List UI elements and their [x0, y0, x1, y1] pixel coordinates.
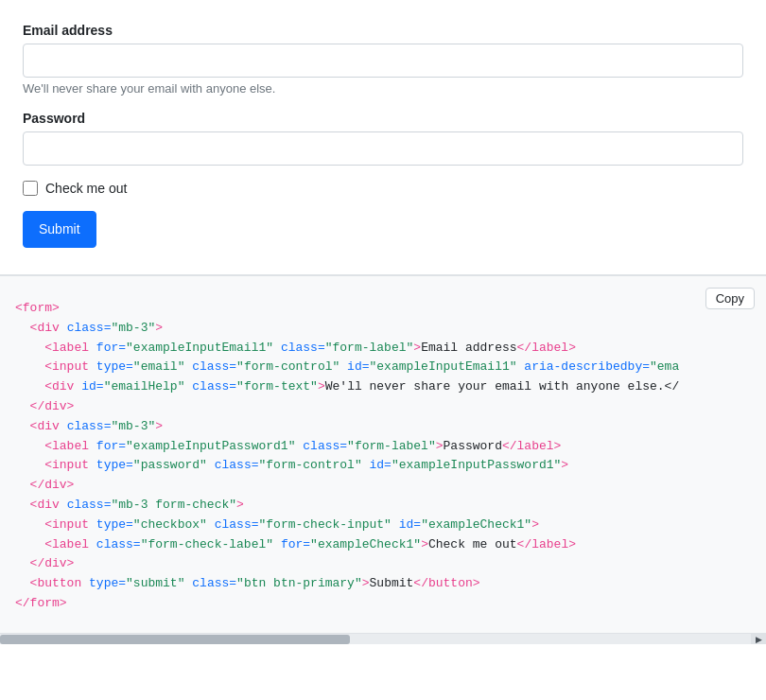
- email-input[interactable]: [23, 44, 743, 78]
- preview-panel: Email address We'll never share your ema…: [0, 0, 766, 275]
- password-label: Password: [23, 111, 743, 126]
- checkbox-label[interactable]: Check me out: [45, 181, 127, 196]
- email-group: Email address We'll never share your ema…: [23, 23, 743, 96]
- code-block: <form> <div class="mb-3"> <label for="ex…: [0, 291, 766, 629]
- scroll-thumb[interactable]: [0, 635, 350, 644]
- copy-button[interactable]: Copy: [705, 288, 755, 309]
- horizontal-scrollbar[interactable]: ▶: [0, 633, 766, 644]
- code-panel: Copy <form> <div class="mb-3"> <label fo…: [0, 275, 766, 644]
- scroll-arrow-right[interactable]: ▶: [751, 634, 766, 644]
- email-label: Email address: [23, 23, 743, 38]
- submit-button[interactable]: Submit: [23, 211, 96, 248]
- check-me-out-checkbox[interactable]: [23, 181, 38, 196]
- password-group: Password: [23, 111, 743, 166]
- email-help-text: We'll never share your email with anyone…: [23, 81, 743, 96]
- password-input[interactable]: [23, 131, 743, 166]
- checkbox-group: Check me out: [23, 181, 743, 196]
